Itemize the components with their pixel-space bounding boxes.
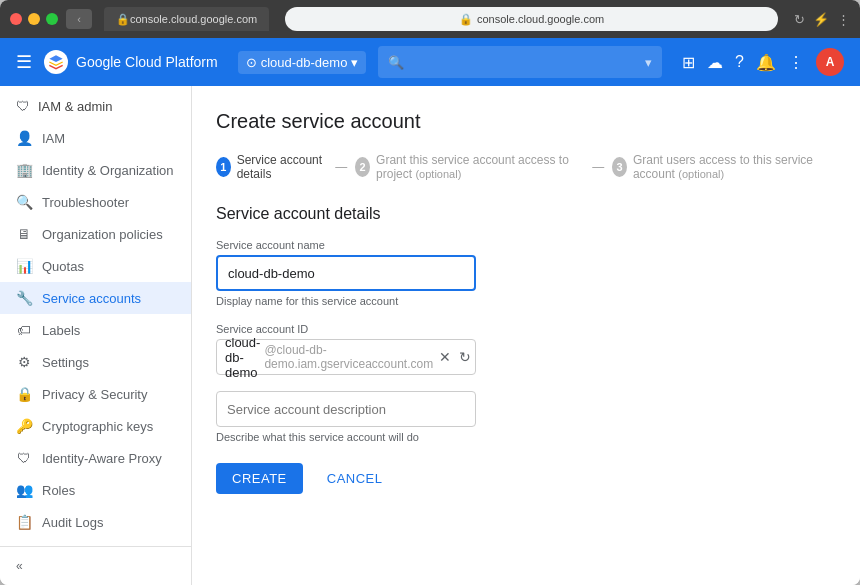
sidebar-item-service-accounts[interactable]: 🔧 Service accounts	[0, 282, 191, 314]
sidebar-item-label: Cryptographic keys	[42, 419, 153, 434]
maximize-dot[interactable]	[46, 13, 58, 25]
sidebar-item-iam[interactable]: 👤 IAM	[0, 122, 191, 154]
extensions-icon[interactable]: ⚡	[813, 12, 829, 27]
privacy-icon: 🔒	[16, 386, 32, 402]
crypto-keys-icon: 🔑	[16, 418, 32, 434]
stepper: 1 Service account details — 2 Grant this…	[216, 153, 836, 181]
topbar-right: ⊞ ☁ ? 🔔 ⋮ A	[682, 48, 844, 76]
name-field-hint: Display name for this service account	[216, 295, 836, 307]
sidebar-item-label: Organization policies	[42, 227, 163, 242]
step-2: 2 Grant this service account access to p…	[355, 153, 584, 181]
address-bar[interactable]: 🔒 console.cloud.google.com	[285, 7, 778, 31]
step-2-optional: (optional)	[415, 168, 461, 180]
create-button[interactable]: CREATE	[216, 463, 303, 494]
menu-icon[interactable]: ⋮	[837, 12, 850, 27]
sidebar-section-title: 🛡 IAM & admin	[0, 86, 191, 122]
search-bar: 🔍 ▾	[378, 46, 662, 78]
step-arrow-1: —	[335, 160, 347, 174]
sidebar-item-org-policies[interactable]: 🖥 Organization policies	[0, 218, 191, 250]
back-button[interactable]: ‹	[66, 9, 92, 29]
sidebar-item-roles[interactable]: 👥 Roles	[0, 474, 191, 506]
sidebar-item-privacy[interactable]: 🔒 Privacy & Security	[0, 378, 191, 410]
notifications-bell-icon[interactable]: 🔔	[756, 53, 776, 72]
minimize-dot[interactable]	[28, 13, 40, 25]
project-selector[interactable]: ⊙ cloud-db-demo ▾	[238, 51, 367, 74]
refresh-icon[interactable]: ↻	[794, 12, 805, 27]
identity-icon: 🏢	[16, 162, 32, 178]
id-field-label: Service account ID	[216, 323, 836, 335]
project-name: cloud-db-demo	[261, 55, 348, 70]
tab-url: console.cloud.google.com	[130, 13, 257, 25]
browser-window: ‹ 🔒 console.cloud.google.com 🔒 console.c…	[0, 0, 860, 585]
url-text: console.cloud.google.com	[477, 13, 604, 25]
sidebar-item-quotas[interactable]: 📊 Quotas	[0, 250, 191, 282]
quotas-icon: 📊	[16, 258, 32, 274]
collapse-icon: «	[16, 559, 23, 573]
sidebar-item-troubleshooter[interactable]: 🔍 Troubleshooter	[0, 186, 191, 218]
step-1-number: 1	[216, 157, 231, 177]
sidebar-section-label: IAM & admin	[38, 99, 112, 114]
step-2-number: 2	[355, 157, 370, 177]
iap-icon: 🛡	[16, 450, 32, 466]
gcp-logo-icon	[44, 50, 68, 74]
sidebar-item-audit-logs[interactable]: 📋 Audit Logs	[0, 506, 191, 538]
sidebar-item-iap[interactable]: 🛡 Identity-Aware Proxy	[0, 442, 191, 474]
id-suffix: @cloud-db-demo.iam.gserviceaccount.com	[264, 343, 433, 371]
browser-chrome: ‹ 🔒 console.cloud.google.com 🔒 console.c…	[0, 0, 860, 38]
step-arrow-2: —	[592, 160, 604, 174]
troubleshooter-icon: 🔍	[16, 194, 32, 210]
service-account-id-container: cloud-db-demo @cloud-db-demo.iam.gservic…	[216, 339, 476, 375]
sidebar: 🛡 IAM & admin 👤 IAM 🏢 Identity & Organiz…	[0, 86, 192, 585]
cancel-button[interactable]: CANCEL	[311, 463, 399, 494]
sidebar-item-identity[interactable]: 🏢 Identity & Organization	[0, 154, 191, 186]
arrow-down-icon: ▾	[645, 55, 652, 70]
page-title: Create service account	[216, 110, 836, 133]
browser-tab[interactable]: 🔒 console.cloud.google.com	[104, 7, 269, 31]
id-field-group: Service account ID cloud-db-demo @cloud-…	[216, 323, 836, 375]
sidebar-item-labels[interactable]: 🏷 Labels	[0, 314, 191, 346]
step-2-label: Grant this service account access to pro…	[376, 153, 584, 181]
avatar[interactable]: A	[816, 48, 844, 76]
close-dot[interactable]	[10, 13, 22, 25]
more-vert-icon[interactable]: ⋮	[788, 53, 804, 72]
roles-icon: 👥	[16, 482, 32, 498]
search-icon: 🔍	[388, 55, 404, 70]
sidebar-item-label: Roles	[42, 483, 75, 498]
id-clear-button[interactable]: ✕	[437, 347, 453, 367]
apps-icon[interactable]: ⊞	[682, 53, 695, 72]
org-policies-icon: 🖥	[16, 226, 32, 242]
step-3: 3 Grant users access to this service acc…	[612, 153, 836, 181]
sidebar-item-label: Labels	[42, 323, 80, 338]
sidebar-collapse[interactable]: «	[0, 546, 191, 585]
lock-icon: 🔒	[459, 13, 473, 26]
sidebar-item-crypto-keys[interactable]: 🔑 Cryptographic keys	[0, 410, 191, 442]
main-layout: 🛡 IAM & admin 👤 IAM 🏢 Identity & Organiz…	[0, 86, 860, 585]
cloud-icon[interactable]: ☁	[707, 53, 723, 72]
chevron-down-icon: ▾	[351, 55, 358, 70]
sidebar-item-label: Settings	[42, 355, 89, 370]
sidebar-item-settings[interactable]: ⚙ Settings	[0, 346, 191, 378]
service-account-name-input[interactable]	[216, 255, 476, 291]
project-icon: ⊙	[246, 55, 257, 70]
help-icon[interactable]: ?	[735, 53, 744, 71]
name-field-group: Service account name Display name for th…	[216, 239, 836, 307]
gcp-title: Google Cloud Platform	[76, 54, 218, 70]
app: ☰ Google Cloud Platform ⊙ cloud-db-demo …	[0, 38, 860, 585]
name-field-label: Service account name	[216, 239, 836, 251]
content-area: Create service account 1 Service account…	[192, 86, 860, 585]
hamburger-button[interactable]: ☰	[16, 51, 32, 73]
service-account-desc-input[interactable]	[216, 391, 476, 427]
gcp-logo: Google Cloud Platform	[44, 50, 218, 74]
id-value: cloud-db-demo	[225, 335, 260, 380]
step-1: 1 Service account details	[216, 153, 327, 181]
person-icon: 👤	[16, 130, 32, 146]
iam-admin-icon: 🛡	[16, 98, 30, 114]
action-row: CREATE CANCEL	[216, 463, 836, 494]
tab-icon: 🔒	[116, 13, 130, 26]
search-input[interactable]	[410, 55, 639, 70]
settings-icon: ⚙	[16, 354, 32, 370]
id-refresh-button[interactable]: ↻	[457, 347, 473, 367]
sidebar-item-label: Quotas	[42, 259, 84, 274]
sidebar-item-label: Identity & Organization	[42, 163, 174, 178]
sidebar-item-label: Identity-Aware Proxy	[42, 451, 162, 466]
